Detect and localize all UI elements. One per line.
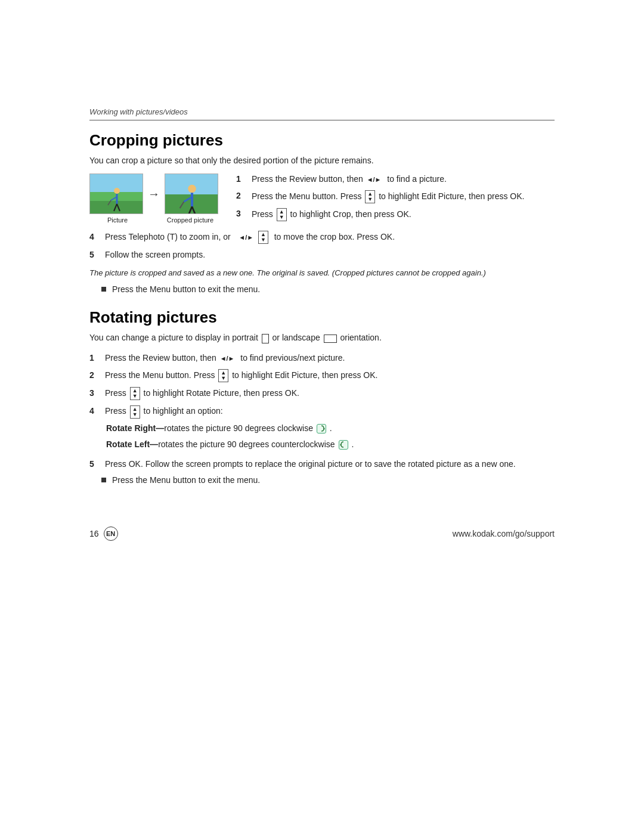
svg-point-12 [188, 185, 196, 193]
leftright-nav-icon-2: ◄/► [239, 233, 253, 243]
cropping-intro: You can crop a picture so that only the … [89, 156, 555, 165]
rot-step-4-text: Press ▲▼ to highlight an option: [105, 405, 555, 418]
rotate-left-label: Rotate Left— [106, 439, 158, 449]
rot-step-3-text: Press ▲▼ to highlight Rotate Picture, th… [105, 387, 555, 400]
rotating-step-1: 1 Press the Review button, then ◄/► to f… [89, 352, 555, 364]
bullet-icon-2 [101, 478, 106, 482]
footer-website: www.kodak.com/go/support [453, 529, 555, 538]
rotating-step-4: 4 Press ▲▼ to highlight an option: [89, 405, 555, 418]
leftright-nav-icon-1: ◄/► [367, 175, 382, 184]
svg-marker-19 [340, 444, 341, 446]
original-picture-image [89, 174, 143, 214]
rotate-right-icon [317, 424, 326, 433]
rotating-intro-post: orientation. [340, 333, 382, 342]
updown-nav-icon-1: ▲▼ [365, 190, 375, 203]
cropping-content-area: → [89, 174, 555, 226]
step-1-text: Press the Review button, then ◄/► to fin… [252, 174, 555, 185]
cropping-italic-note: The picture is cropped and saved as a ne… [89, 267, 555, 279]
arrow-icon: → [148, 187, 160, 201]
rotating-intro: You can change a picture to display in p… [89, 333, 555, 343]
step-1-num: 1 [236, 174, 248, 185]
cropped-picture-image [165, 174, 218, 214]
rotate-left-text: rotates the picture 90 degrees countercl… [158, 439, 335, 449]
rotate-right-label: Rotate Right— [106, 423, 164, 433]
rot-step-5-num: 5 [89, 458, 101, 470]
step-2-text: Press the Menu button. Press ▲▼ to highl… [252, 190, 555, 203]
footer-left: 16 EN [89, 527, 118, 541]
rotate-left-icon [339, 440, 348, 450]
golf-original-svg [90, 174, 143, 214]
rot-step-1-num: 1 [89, 352, 101, 364]
svg-marker-18 [324, 428, 325, 430]
updown-nav-icon-3: ▲▼ [258, 231, 268, 244]
step-4-text: Press Telephoto (T) to zoom in, or ◄/► ▲… [105, 231, 555, 244]
rot-step-5-text: Press OK. Follow the screen prompts to r… [105, 458, 555, 470]
picture-caption: Picture [91, 216, 144, 224]
cropped-picture-caption: Cropped picture [163, 216, 217, 224]
step-5-text: Follow the screen prompts. [105, 249, 555, 261]
rotating-bullet-text: Press the Menu button to exit the menu. [112, 475, 260, 485]
rotating-bullet: Press the Menu button to exit the menu. [101, 475, 555, 485]
rotate-right-option: Rotate Right—rotates the picture 90 degr… [106, 423, 555, 433]
section-divider [89, 120, 555, 120]
rotate-left-option: Rotate Left—rotates the picture 90 degre… [106, 439, 555, 450]
cropping-step-5: 5 Follow the screen prompts. [89, 249, 555, 261]
updown-nav-icon-6: ▲▼ [130, 405, 140, 419]
updown-nav-icon-2: ▲▼ [277, 208, 287, 221]
cropping-step-4: 4 Press Telephoto (T) to zoom in, or ◄/►… [89, 231, 555, 244]
updown-nav-icon-4: ▲▼ [218, 369, 228, 382]
rotating-intro-mid: or landscape [273, 333, 320, 342]
svg-point-4 [114, 188, 120, 194]
images-row: → [89, 174, 218, 214]
rotating-title: Rotating pictures [89, 308, 555, 327]
rot-step-1-text: Press the Review button, then ◄/► to fin… [105, 352, 555, 364]
rot-step-4-num: 4 [89, 405, 101, 417]
cropping-bullet-text: Press the Menu button to exit the menu. [112, 284, 260, 294]
updown-nav-icon-5: ▲▼ [130, 387, 140, 400]
landscape-orientation-icon [324, 335, 337, 343]
step-4-num: 4 [89, 231, 101, 243]
rotate-right-text: rotates the picture 90 degrees clockwise [164, 423, 313, 433]
image-captions: Picture Cropped picture [91, 216, 217, 224]
rotating-step-3: 3 Press ▲▼ to highlight Rotate Picture, … [89, 387, 555, 400]
step-5-num: 5 [89, 249, 101, 261]
step-2-num: 2 [236, 190, 248, 202]
rotating-section: Rotating pictures You can change a pictu… [89, 308, 555, 485]
step-3-num: 3 [236, 208, 248, 220]
portrait-orientation-icon [262, 334, 269, 343]
cropping-section: Cropping pictures You can crop a picture… [89, 131, 555, 294]
golf-cropped-svg [165, 174, 218, 214]
rotating-step-5: 5 Press OK. Follow the screen prompts to… [89, 458, 555, 470]
cropping-steps-1-3: 1 Press the Review button, then ◄/► to f… [236, 174, 555, 226]
rot-step-2-text: Press the Menu button. Press ▲▼ to highl… [105, 369, 555, 382]
cropping-step-2: 2 Press the Menu button. Press ▲▼ to hig… [236, 190, 555, 203]
cropping-step-3: 3 Press ▲▼ to highlight Crop, then press… [236, 208, 555, 221]
cropping-bullet: Press the Menu button to exit the menu. [101, 284, 555, 294]
section-label: Working with pictures/videos [89, 107, 555, 116]
page-content: Working with pictures/videos Cropping pi… [89, 0, 555, 589]
cropping-title: Cropping pictures [89, 131, 555, 150]
rotating-step-2: 2 Press the Menu button. Press ▲▼ to hig… [89, 369, 555, 382]
page-number: 16 [89, 529, 99, 538]
cropping-images: → [89, 174, 218, 224]
leftright-nav-icon-3: ◄/► [220, 354, 235, 364]
rot-step-3-num: 3 [89, 387, 101, 400]
footer: 16 EN www.kodak.com/go/support [89, 521, 555, 541]
en-badge: EN [104, 527, 118, 541]
step-3-text: Press ▲▼ to highlight Crop, then press O… [252, 208, 555, 221]
rot-step-2-num: 2 [89, 369, 101, 382]
bullet-icon [101, 287, 106, 292]
rotating-intro-pre: You can change a picture to display in p… [89, 333, 258, 342]
cropping-step-1: 1 Press the Review button, then ◄/► to f… [236, 174, 555, 185]
